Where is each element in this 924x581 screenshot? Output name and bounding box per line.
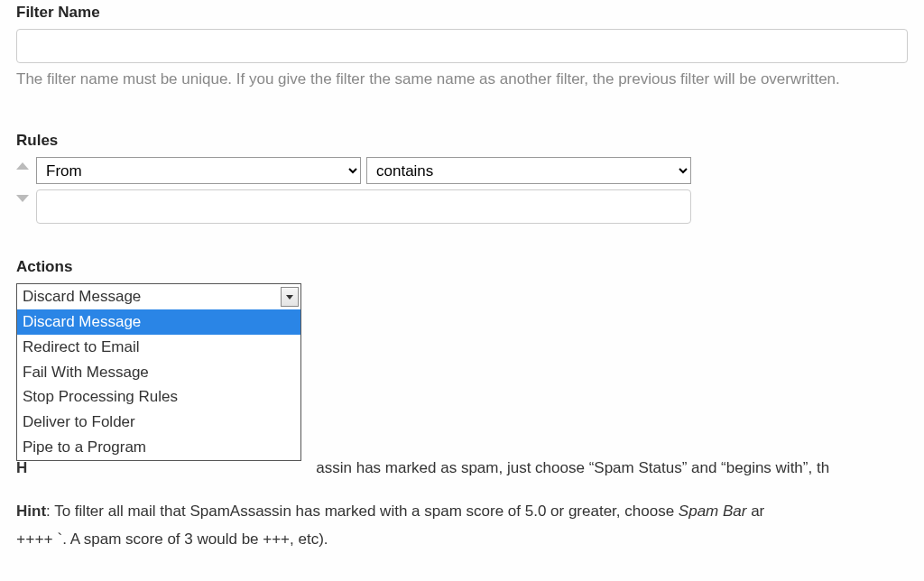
rule-move-up-icon[interactable] <box>16 162 29 170</box>
filter-name-input[interactable] <box>16 29 908 63</box>
action-select[interactable]: Discard Message <box>16 283 301 310</box>
action-option-discard[interactable]: Discard Message <box>17 309 300 335</box>
hint-spam-score-cont: ++++ `. A spam score of 3 would be +++, … <box>16 528 908 552</box>
rule-condition-select[interactable]: contains <box>366 157 691 184</box>
rule-field-select[interactable]: From <box>36 157 361 184</box>
action-option-pipe[interactable]: Pipe to a Program <box>17 435 300 460</box>
rules-label: Rules <box>16 130 908 152</box>
action-option-stop[interactable]: Stop Processing Rules <box>17 384 300 410</box>
action-dropdown-panel: Discard Message Redirect to Email Fail W… <box>16 309 301 461</box>
rule-move-down-icon[interactable] <box>16 195 29 202</box>
action-select-value: Discard Message <box>23 286 281 308</box>
filter-name-label: Filter Name <box>16 2 908 23</box>
rule-value-input[interactable] <box>36 189 691 224</box>
dropdown-button[interactable] <box>281 287 299 307</box>
action-option-deliver[interactable]: Deliver to Folder <box>17 410 300 435</box>
action-option-fail[interactable]: Fail With Message <box>17 360 300 385</box>
actions-label: Actions <box>16 256 908 278</box>
filter-name-help: The filter name must be unique. If you g… <box>16 69 908 91</box>
chevron-down-icon <box>286 295 293 300</box>
hint-spam-score: Hint: To filter all mail that SpamAssass… <box>16 500 908 523</box>
action-option-redirect[interactable]: Redirect to Email <box>17 335 300 360</box>
